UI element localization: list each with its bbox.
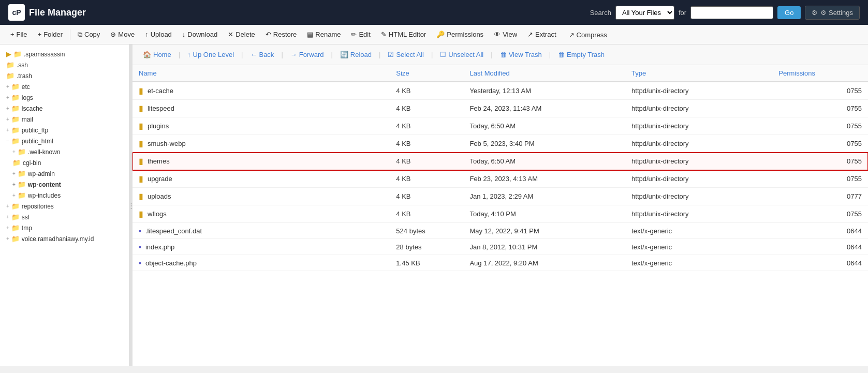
table-row[interactable]: ▮uploads4 KBJan 1, 2023, 2:29 AMhttpd/un… <box>133 188 868 205</box>
settings-icon: ⚙ <box>812 9 818 17</box>
extract-button[interactable]: ↗ Extract <box>523 28 560 40</box>
sidebar-item-trash[interactable]: 📁 .trash <box>0 70 129 81</box>
sidebar-item-public-ftp[interactable]: + 📁 public_ftp <box>0 125 129 136</box>
file-size-cell: 4 KB <box>390 117 463 135</box>
folder-icon: 📁 <box>11 137 20 145</box>
file-modified-cell: Yesterday, 12:13 AM <box>463 82 625 100</box>
home-button[interactable]: 🏠 Home <box>139 49 175 61</box>
restore-icon: ↶ <box>266 31 271 38</box>
search-input[interactable] <box>690 6 773 19</box>
expand-icon: + <box>6 95 9 100</box>
unselect-all-button[interactable]: ☐ Unselect All <box>436 49 488 61</box>
folder-icon: 📁 <box>11 105 20 112</box>
up-one-level-button[interactable]: ↑ Up One Level <box>183 49 238 61</box>
table-row[interactable]: ▮upgrade4 KBFeb 23, 2023, 4:13 AMhttpd/u… <box>133 170 868 188</box>
file-permissions-cell: 0755 <box>772 205 868 223</box>
forward-button[interactable]: → Forward <box>286 49 328 61</box>
col-header-modified[interactable]: Last Modified <box>463 65 625 82</box>
select-all-button[interactable]: ☑ Select All <box>384 49 428 61</box>
nav-bar: 🏠 Home | ↑ Up One Level | ← Back | → For… <box>133 44 868 65</box>
sidebar-item-ssl[interactable]: + 📁 ssl <box>0 212 129 222</box>
sidebar-item-wp-content[interactable]: + 📁 wp-content <box>0 179 129 190</box>
html-editor-button[interactable]: ✎ HTML Editor <box>377 28 430 40</box>
delete-button[interactable]: ✕ Delete <box>224 28 259 40</box>
rename-button[interactable]: ▤ Rename <box>303 28 345 40</box>
view-button[interactable]: 👁 View <box>490 28 521 40</box>
resize-handle[interactable] <box>129 44 133 366</box>
for-label: for <box>679 9 686 17</box>
sidebar-item-logs[interactable]: + 📁 logs <box>0 92 129 103</box>
sidebar-item-well-known[interactable]: + 📁 .well-known <box>0 146 129 157</box>
sidebar-item-repositories[interactable]: + 📁 repositories <box>0 201 129 212</box>
table-row[interactable]: ▪.litespeed_conf.dat524 bytesMay 12, 202… <box>133 223 868 239</box>
new-file-button[interactable]: + File <box>6 28 32 40</box>
table-row[interactable]: ▮litespeed4 KBFeb 24, 2023, 11:43 AMhttp… <box>133 100 868 117</box>
table-row[interactable]: ▮smush-webp4 KBFeb 5, 2023, 3:40 PMhttpd… <box>133 135 868 153</box>
download-button[interactable]: ↓ Download <box>178 28 222 40</box>
app-title: File Manager <box>29 7 86 18</box>
file-name-text: wflogs <box>148 210 167 218</box>
file-permissions-cell: 0755 <box>772 135 868 153</box>
table-row[interactable]: ▪index.php28 bytesJan 8, 2012, 10:31 PMt… <box>133 239 868 255</box>
table-row[interactable]: ▮themes4 KBToday, 6:50 AMhttpd/unix-dire… <box>133 153 868 170</box>
edit-button[interactable]: ✏ Edit <box>347 28 374 40</box>
col-header-name[interactable]: Name <box>133 65 390 82</box>
back-button[interactable]: ← Back <box>246 49 278 61</box>
search-scope-select[interactable]: All Your Files <box>615 6 674 20</box>
sidebar-item-mail[interactable]: + 📁 mail <box>0 114 129 125</box>
reload-button[interactable]: 🔄 Reload <box>336 49 376 61</box>
file-permissions-cell: 0644 <box>772 239 868 255</box>
copy-button[interactable]: ⧉ Copy <box>73 28 104 41</box>
table-row[interactable]: ▮wflogs4 KBToday, 4:10 PMhttpd/unix-dire… <box>133 205 868 223</box>
empty-trash-button[interactable]: 🗑 Empty Trash <box>554 49 609 61</box>
sidebar-item-voice[interactable]: + 📁 voice.ramadhaniawy.my.id <box>0 233 129 244</box>
up-icon: ↑ <box>187 51 191 58</box>
folder-cell-content: ▮litespeed <box>139 103 384 113</box>
upload-button[interactable]: ↑ Upload <box>141 28 176 40</box>
folder-icon: 📁 <box>12 159 21 167</box>
expand-icon: + <box>6 116 9 122</box>
file-type-cell: httpd/unix-directory <box>625 205 772 223</box>
view-trash-button[interactable]: 🗑 View Trash <box>496 49 546 61</box>
sidebar-item-tmp[interactable]: + 📁 tmp <box>0 222 129 233</box>
extract-icon: ↗ <box>527 31 533 38</box>
settings-button[interactable]: ⚙ ⚙ Settings <box>805 6 860 20</box>
sidebar-item-lscache[interactable]: + 📁 lscache <box>0 103 129 114</box>
col-header-size[interactable]: Size <box>390 65 463 82</box>
edit-icon: ✏ <box>351 31 357 38</box>
file-type-cell: httpd/unix-directory <box>625 170 772 188</box>
sidebar-item-ssh[interactable]: 📁 .ssh <box>0 59 129 70</box>
folder-icon: ▮ <box>139 174 143 184</box>
file-name-text: themes <box>148 157 170 165</box>
folder-cell-content: ▮themes <box>139 156 384 166</box>
sidebar-item-wp-admin[interactable]: + 📁 wp-admin <box>0 168 129 179</box>
sidebar-item-etc[interactable]: + 📁 etc <box>0 81 129 92</box>
file-name-cell: ▮et-cache <box>133 82 390 100</box>
file-modified-cell: Jan 1, 2023, 2:29 AM <box>463 188 625 205</box>
new-folder-button[interactable]: + Folder <box>34 28 67 40</box>
restore-button[interactable]: ↶ Restore <box>261 28 301 40</box>
folder-icon: 📁 <box>6 61 14 69</box>
go-button[interactable]: Go <box>777 6 801 19</box>
checkbox-empty-icon: ☐ <box>440 51 446 58</box>
table-row[interactable]: ▮et-cache4 KBYesterday, 12:13 AMhttpd/un… <box>133 82 868 100</box>
table-row[interactable]: ▪object-cache.php1.45 KBAug 17, 2022, 9:… <box>133 255 868 271</box>
permissions-button[interactable]: 🔑 Permissions <box>432 28 488 40</box>
sidebar-item-spamassassin[interactable]: ▶ 📁 .spamassassin <box>0 49 129 59</box>
file-modified-cell: Feb 5, 2023, 3:40 PM <box>463 135 625 153</box>
file-type-cell: httpd/unix-directory <box>625 135 772 153</box>
sidebar-item-public-html[interactable]: − 📁 public_html <box>0 136 129 146</box>
file-size-cell: 28 bytes <box>390 239 463 255</box>
file-modified-cell: Today, 6:50 AM <box>463 153 625 170</box>
sidebar-item-cgi-bin[interactable]: 📁 cgi-bin <box>0 157 129 168</box>
sidebar-item-wp-includes[interactable]: + 📁 wp-includes <box>0 190 129 201</box>
table-row[interactable]: ▮plugins4 KBToday, 6:50 AMhttpd/unix-dir… <box>133 117 868 135</box>
expand-icon: + <box>12 171 16 176</box>
expand-icon: + <box>6 84 9 89</box>
folder-icon: 📁 <box>6 72 14 80</box>
col-header-type[interactable]: Type <box>625 65 772 82</box>
col-header-permissions[interactable]: Permissions <box>772 65 868 82</box>
compress-button[interactable]: ↗ Compress <box>565 29 611 41</box>
move-button[interactable]: ⊕ Move <box>106 28 139 40</box>
file-size-cell: 4 KB <box>390 153 463 170</box>
